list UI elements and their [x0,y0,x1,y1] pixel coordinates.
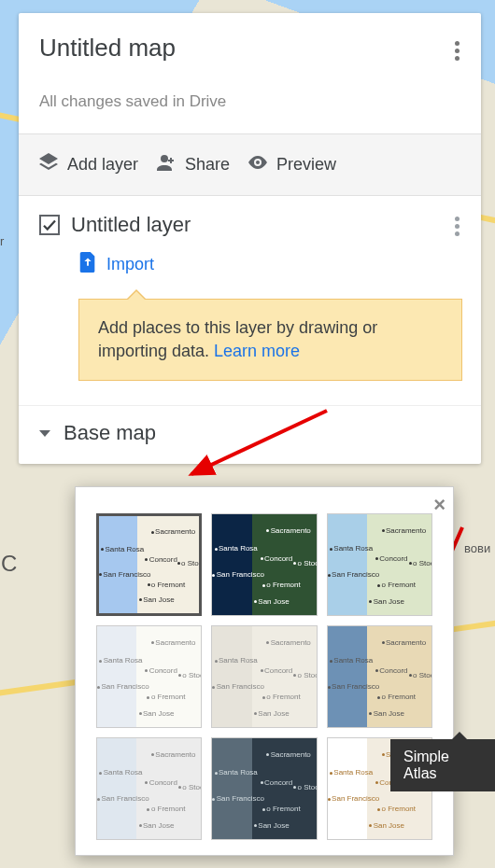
style-thumb-dark-landmass[interactable]: SacramentoSanta RosaConcordo StoclSan Fr… [211,737,317,840]
style-thumb-light-political[interactable]: SacramentoSanta RosaConcordo StoclSan Fr… [96,625,202,728]
thumb-place-label: Sacramento [155,638,195,647]
caret-down-icon [39,430,50,437]
style-thumb-terrain[interactable]: SacramentoSanta RosaConcordo StoclSan Fr… [327,513,432,616]
thumb-place-label: San Jose [143,595,174,604]
thumb-place-label: Santa Rosa [333,544,373,553]
svg-point-0 [161,155,168,162]
thumb-place-label: o Stocl [298,671,318,679]
import-link[interactable]: Import [106,255,154,274]
panel-header: Untitled map All changes saved in Drive [19,13,481,133]
add-layer-label: Add layer [67,155,138,175]
person-add-icon [155,151,177,178]
thumb-place-label: o Fremont [266,693,300,701]
add-layer-button[interactable]: Add layer [37,151,138,178]
style-thumb-mono-city[interactable]: SacramentoSanta RosaConcordo StoclSan Fr… [211,625,317,728]
thumb-place-label: San Jose [374,709,404,718]
thumb-place-label: Concord [264,554,292,563]
thumb-place-label: San Jose [258,709,289,718]
thumb-place-label: San Jose [374,597,404,606]
thumb-place-label: Sacramento [386,638,426,647]
thumb-place-label: San Jose [258,597,289,606]
layer-options-menu-button[interactable] [446,215,468,237]
thumb-place-label: Concord [264,778,292,787]
thumb-place-label: Sacramento [271,526,311,535]
thumb-place-label: Santa Rosa [333,768,373,777]
thumb-place-label: San Francisco [217,570,264,579]
thumb-place-label: Santa Rosa [333,656,373,665]
svg-point-1 [256,161,260,164]
preview-label: Preview [276,155,336,175]
thumb-place-label: Concord [264,666,292,675]
layer-tip-bubble: Add places to this layer by drawing or i… [78,299,462,381]
drive-save-status: All changes saved in Drive [39,92,459,111]
thumb-place-label: o Fremont [382,805,416,813]
thumb-place-label: Santa Rosa [219,544,258,553]
thumb-place-label: Santa Rosa [104,656,143,665]
layer-visibility-checkbox[interactable] [39,215,60,235]
eye-icon [247,151,269,178]
import-row: Import [78,252,462,276]
thumb-place-label: o Fremont [382,693,416,701]
thumb-place-label: Santa Rosa [104,768,143,777]
layer-name[interactable]: Untitled layer [71,213,191,237]
thumb-place-label: Santa Rosa [105,545,144,553]
thumb-place-label: Sacramento [155,750,195,759]
map-background-label: C [1,551,17,577]
style-thumb-satellite[interactable]: SacramentoSanta RosaConcordo StoclSan Fr… [211,513,317,616]
thumb-place-label: o Fremont [151,805,185,813]
style-tooltip-label: Simple Atlas [403,749,449,781]
thumb-place-label: San Francisco [332,682,379,691]
map-background-label: вови [464,541,490,555]
share-label: Share [185,155,230,175]
thumb-place-label: o Stocl [181,559,202,567]
thumb-place-label: Sacramento [386,526,426,535]
learn-more-link[interactable]: Learn more [214,342,300,360]
thumb-place-label: San Francisco [332,794,379,803]
map-title[interactable]: Untitled map [39,34,459,63]
thumb-place-label: San Jose [258,821,289,830]
thumb-place-label: Concord [149,778,177,787]
upload-file-icon [78,252,97,276]
layers-icon [37,151,60,178]
thumb-place-label: San Francisco [101,794,148,803]
style-thumb-light-landmass[interactable]: SacramentoSanta RosaConcordo StoclSan Fr… [96,737,202,840]
thumb-place-label: Santa Rosa [219,656,258,665]
thumb-place-label: Concord [379,666,407,675]
preview-button[interactable]: Preview [247,151,336,178]
thumb-place-label: o Fremont [266,581,300,589]
thumb-place-label: o Fremont [266,805,300,813]
base-map-section[interactable]: Base map [19,405,481,464]
style-thumb-map-default[interactable]: SacramentoSanta RosaConcordo StoclSan Fr… [96,513,202,616]
thumb-place-label: o Stocl [413,671,432,679]
thumb-place-label: o Stocl [182,671,202,679]
style-thumb-simple-atlas[interactable]: SacramentoSanta RosaConcordo StoclSan Fr… [327,625,432,728]
style-thumbnail-grid: SacramentoSanta RosaConcordo StoclSan Fr… [96,513,432,840]
close-icon[interactable]: × [433,493,446,517]
style-tooltip: Simple Atlas [390,739,495,791]
thumb-place-label: o Stocl [182,783,202,791]
thumb-place-label: o Stocl [298,783,318,791]
thumb-place-label: o Stocl [298,559,318,567]
thumb-place-label: o Fremont [151,693,185,701]
thumb-place-label: Concord [149,666,177,675]
thumb-place-label: Concord [379,554,407,563]
share-button[interactable]: Share [155,151,230,178]
map-background-label: r [0,234,4,248]
thumb-place-label: Sacramento [271,638,311,647]
thumb-place-label: o Stocl [413,559,432,567]
thumb-place-label: Santa Rosa [219,768,258,777]
toolbar: Add layer Share Preview [19,133,481,196]
thumb-place-label: o Fremont [382,581,416,589]
thumb-place-label: San Francisco [217,794,264,803]
thumb-place-label: San Jose [143,821,174,830]
layer-header: Untitled layer [39,213,462,237]
map-options-menu-button[interactable] [446,39,468,62]
thumb-place-label: San Francisco [101,682,148,691]
base-map-label: Base map [64,421,156,445]
thumb-place-label: San Francisco [103,570,150,579]
thumb-place-label: o Fremont [151,581,185,589]
thumb-place-label: Concord [149,555,177,564]
thumb-place-label: Sacramento [271,750,311,759]
layer-section: Untitled layer Import Add places to this… [19,196,481,405]
thumb-place-label: San Francisco [332,570,379,579]
